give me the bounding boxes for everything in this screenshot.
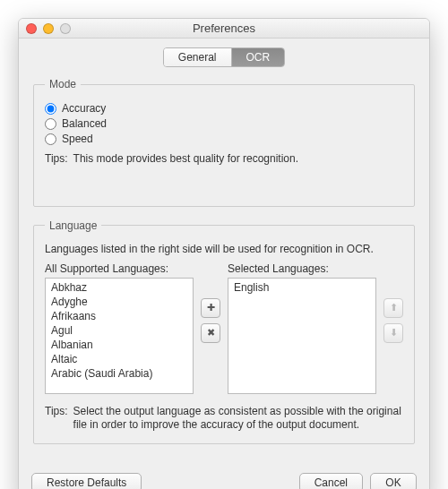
close-icon[interactable] (26, 23, 37, 34)
all-languages-column: All Supported Languages: AbkhazAdygheAfr… (45, 262, 194, 394)
selected-languages-label: Selected Languages: (228, 262, 376, 275)
window-controls (26, 23, 71, 34)
radio-accuracy[interactable] (45, 103, 56, 115)
preferences-window: Preferences General OCR Mode Accuracy Ba… (18, 18, 430, 489)
mode-option-balanced[interactable]: Balanced (45, 117, 403, 130)
segmented-control: General OCR (163, 47, 285, 67)
radio-balanced[interactable] (45, 118, 56, 130)
all-languages-list[interactable]: AbkhazAdygheAfrikaansAgulAlbanianAltaicA… (45, 278, 194, 394)
mode-group: Mode Accuracy Balanced Speed Tips: This … (33, 78, 415, 207)
remove-language-button[interactable]: ✖ (201, 323, 220, 343)
list-item[interactable]: Arabic (Saudi Arabia) (49, 366, 191, 381)
ok-button[interactable]: OK (370, 473, 417, 489)
mode-tips: Tips: This mode provides best quality fo… (45, 152, 403, 167)
content-area: General OCR Mode Accuracy Balanced Speed… (19, 39, 429, 468)
add-language-button[interactable]: ✚ (201, 298, 220, 318)
list-item[interactable]: Altaic (49, 352, 191, 366)
language-description: Languages listed in the right side will … (45, 243, 403, 255)
language-tips: Tips: Select the output language as cons… (45, 405, 403, 433)
list-item[interactable]: Adyghe (49, 295, 191, 309)
window-title: Preferences (19, 21, 429, 35)
transfer-buttons: ✚ ✖ (201, 262, 220, 343)
remove-icon: ✖ (207, 327, 215, 339)
titlebar: Preferences (19, 19, 429, 39)
list-item[interactable]: Afrikaans (49, 309, 191, 323)
footer-right-buttons: Cancel OK (299, 473, 417, 489)
footer: Restore Defaults Cancel OK (19, 468, 429, 489)
radio-speed-label: Speed (62, 133, 93, 145)
list-item[interactable]: English (232, 280, 374, 295)
reorder-buttons: ⬆ ⬇ (383, 262, 403, 343)
mode-tips-text: This mode provides best quality for reco… (73, 152, 298, 167)
radio-balanced-label: Balanced (62, 117, 107, 130)
language-legend: Language (45, 219, 101, 232)
tab-bar: General OCR (33, 47, 415, 67)
zoom-icon (60, 23, 71, 34)
selected-languages-list[interactable]: English (228, 278, 376, 394)
move-down-button[interactable]: ⬇ (383, 323, 403, 343)
tab-general[interactable]: General (164, 48, 232, 66)
move-up-button[interactable]: ⬆ (383, 298, 403, 318)
list-item[interactable]: Agul (49, 323, 191, 338)
radio-speed[interactable] (45, 133, 56, 145)
tab-ocr[interactable]: OCR (232, 48, 285, 66)
mode-option-accuracy[interactable]: Accuracy (45, 102, 403, 115)
selected-languages-column: Selected Languages: English (228, 262, 376, 394)
all-languages-label: All Supported Languages: (45, 262, 194, 275)
arrow-up-icon: ⬆ (390, 302, 398, 313)
radio-accuracy-label: Accuracy (62, 102, 106, 115)
plus-icon: ✚ (207, 302, 215, 313)
mode-tips-label: Tips: (45, 152, 68, 167)
list-item[interactable]: Albanian (49, 338, 191, 352)
cancel-button[interactable]: Cancel (299, 473, 363, 489)
mode-legend: Mode (45, 78, 81, 90)
restore-defaults-button[interactable]: Restore Defaults (31, 473, 142, 489)
language-group: Language Languages listed in the right s… (33, 219, 415, 444)
arrow-down-icon: ⬇ (390, 327, 398, 339)
mode-option-speed[interactable]: Speed (45, 133, 403, 145)
language-columns: All Supported Languages: AbkhazAdygheAfr… (45, 262, 403, 394)
minimize-icon[interactable] (43, 23, 54, 34)
language-tips-text: Select the output language as consistent… (73, 405, 403, 433)
language-tips-label: Tips: (45, 405, 68, 433)
list-item[interactable]: Abkhaz (49, 280, 191, 295)
